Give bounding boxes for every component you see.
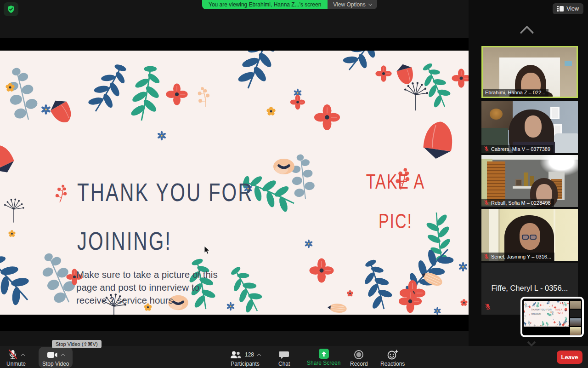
video-tile-ebrahimi[interactable]: Ebrahimi, Hanna Z – 022... — [481, 46, 578, 98]
pip-mini-slide: THANK YOU FOR JOINING! TAKE A PIC! — [524, 301, 569, 327]
participant-name-badge: Ebrahimi, Hanna Z – 022... — [483, 89, 548, 97]
unmute-caret-icon[interactable] — [21, 354, 25, 357]
chat-button[interactable]: Chat — [278, 349, 290, 367]
unmute-label: Unmute — [6, 361, 26, 367]
mic-muted-icon — [484, 253, 489, 259]
leave-button[interactable]: Leave — [557, 351, 582, 364]
view-options-button[interactable]: View Options — [328, 0, 377, 9]
reactions-label: Reactions — [380, 361, 405, 367]
mic-off-icon — [8, 349, 18, 360]
video-tile-cabrera[interactable]: Cabrera, Mia V – 0377389 — [481, 101, 578, 153]
stop-video-tooltip: Stop Video (⇧⌘V) — [52, 340, 102, 348]
security-shield-button[interactable] — [4, 2, 18, 16]
video-tile-senel[interactable]: Senel, Jasming Y – 0316... — [481, 209, 578, 261]
stop-video-label: Stop Video — [42, 361, 69, 367]
view-layout-icon — [557, 6, 564, 12]
video-tile-rebull[interactable]: Rebull, Sofia M – 0228498 — [481, 155, 578, 207]
share-screen-label: Share Screen — [307, 360, 340, 366]
zoom-meeting-window: You are viewing Ebrahimi, Hanna Z...'s s… — [0, 0, 588, 368]
slide-title-line1: THANK YOU FOR — [77, 178, 254, 207]
share-screen-button[interactable]: Share Screen — [307, 348, 340, 366]
remote-mouse-cursor-icon — [204, 246, 210, 254]
participants-icon — [230, 351, 241, 359]
participants-button[interactable]: 128 Participants — [230, 349, 260, 367]
slide-cta-line2: PIC! — [361, 210, 430, 233]
mic-muted-icon — [485, 303, 491, 312]
participant-display-name: Fiffe, Cheryl L - 0356... — [481, 284, 578, 293]
slide-title-line2: JOINING! — [77, 227, 172, 256]
view-button-label: View — [566, 6, 579, 12]
shared-presentation-slide: THANK YOU FOR JOINING! Make sure to take… — [0, 51, 469, 315]
reactions-button[interactable]: Reactions — [380, 349, 405, 367]
view-options-label: View Options — [333, 0, 365, 9]
mic-muted-icon — [484, 200, 489, 206]
unmute-button[interactable]: Unmute — [6, 349, 26, 367]
banner-text: You are viewing Ebrahimi, Hanna Z...'s s… — [202, 0, 328, 9]
screen-share-banner: You are viewing Ebrahimi, Hanna Z...'s s… — [202, 0, 377, 9]
chat-icon — [279, 351, 289, 359]
participant-name-badge: Senel, Jasming Y – 0316... — [481, 253, 554, 261]
participants-count: 128 — [245, 351, 254, 358]
participants-label: Participants — [231, 361, 260, 367]
mic-muted-icon — [484, 146, 489, 152]
view-button[interactable]: View — [553, 3, 583, 14]
record-label: Record — [350, 361, 368, 367]
record-button[interactable]: Record — [350, 349, 368, 367]
self-screen-preview-window[interactable]: THANK YOU FOR JOINING! TAKE A PIC! — [520, 297, 584, 337]
scroll-up-chevron-icon[interactable] — [520, 25, 534, 40]
meeting-toolbar: Stop Video (⇧⌘V) Unmute Stop — [0, 346, 588, 368]
slide-body-text: Make sure to take a picture of this page… — [76, 268, 219, 307]
record-icon — [354, 350, 364, 360]
participants-caret-icon[interactable] — [257, 354, 261, 357]
shield-check-icon — [7, 5, 15, 13]
participant-name-badge: Cabrera, Mia V – 0377389 — [481, 145, 554, 153]
chat-label: Chat — [278, 361, 290, 367]
stop-video-button[interactable]: Stop Video — [42, 349, 69, 367]
participants-sidebar: Ebrahimi, Hanna Z – 022... Cabrera, Mia … — [469, 0, 588, 346]
chevron-down-icon — [368, 2, 372, 6]
slide-cta-line1: TAKE A — [361, 170, 430, 194]
share-screen-icon — [319, 349, 329, 359]
participant-name-badge: Rebull, Sofia M – 0228498 — [481, 199, 554, 207]
shared-screen-stage: THANK YOU FOR JOINING! Make sure to take… — [0, 38, 469, 331]
pip-mini-thumbnails — [570, 301, 581, 335]
camera-icon — [47, 351, 58, 359]
stop-video-caret-icon[interactable] — [61, 354, 65, 357]
reactions-icon — [387, 350, 398, 360]
